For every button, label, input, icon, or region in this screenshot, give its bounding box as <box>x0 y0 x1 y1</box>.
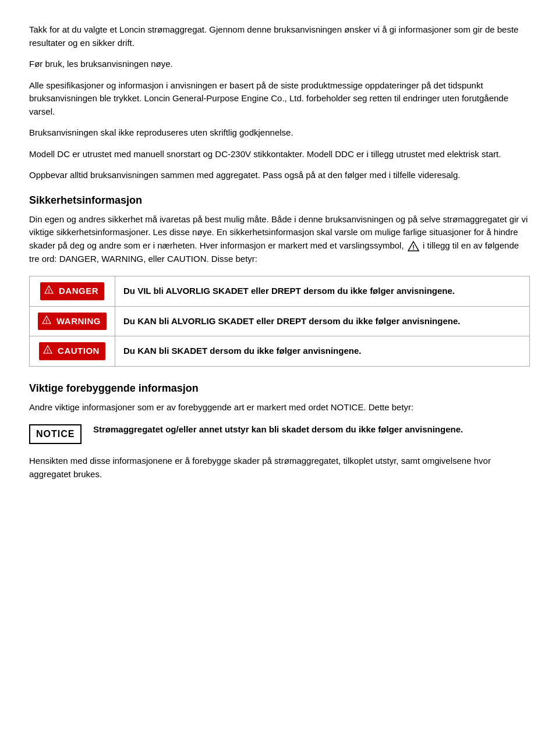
warning-triangle-icon: ! <box>42 315 51 328</box>
danger-badge: ! DANGER <box>40 282 104 300</box>
intro-p2: Før bruk, les bruksanvisningen nøye. <box>29 58 530 71</box>
notice-text: Strømaggregatet og/eller annet utstyr ka… <box>93 423 463 436</box>
svg-text:!: ! <box>48 288 49 294</box>
warning-text: Du KAN bli ALVORLIG SKADET eller DREPT d… <box>123 316 460 326</box>
intro-p3: Alle spesifikasjoner og informasjon i an… <box>29 79 530 119</box>
svg-text:!: ! <box>46 318 48 324</box>
notice-badge: NOTICE <box>29 424 82 444</box>
viktige-footer: Hensikten med disse informasjonene er å … <box>29 455 530 481</box>
caution-badge: ! CAUTION <box>39 342 105 360</box>
svg-text:!: ! <box>412 244 415 251</box>
triangle-warning-symbol: ! <box>408 239 419 253</box>
table-row-warning: ! WARNING Du KAN bli ALVORLIG SKADET ell… <box>30 306 530 336</box>
table-row-danger: ! DANGER Du VIL bli ALVORLIG SKADET elle… <box>30 276 530 307</box>
sikkerhet-body: Din egen og andres sikkerhet må ivaretas… <box>29 213 530 266</box>
notice-row: NOTICE Strømaggregatet og/eller annet ut… <box>29 423 530 444</box>
sikkerhet-title: Sikkerhetsinformasjon <box>29 193 530 208</box>
svg-text:!: ! <box>47 348 49 354</box>
danger-text: Du VIL bli ALVORLIG SKADET eller DREPT d… <box>123 286 455 296</box>
table-row-caution: ! CAUTION Du KAN bli SKADET dersom du ik… <box>30 336 530 367</box>
caution-triangle-icon: ! <box>43 345 52 358</box>
warning-badge: ! WARNING <box>38 313 107 331</box>
danger-triangle-icon: ! <box>44 285 54 298</box>
intro-p1: Takk for at du valgte et Loncin strømagg… <box>29 23 530 49</box>
intro-p5: Modell DC er utrustet med manuell snorst… <box>29 148 530 161</box>
viktige-title: Viktige forebyggende informasjon <box>29 381 530 396</box>
viktige-body: Andre viktige informasjoner som er av fo… <box>29 401 530 414</box>
intro-p6: Oppbevar alltid bruksanvisningen sammen … <box>29 169 530 182</box>
warning-table: ! DANGER Du VIL bli ALVORLIG SKADET elle… <box>29 276 530 367</box>
caution-text: Du KAN bli SKADET dersom du ikke følger … <box>123 346 361 356</box>
intro-p4: Bruksanvisningen skal ikke reproduseres … <box>29 126 530 140</box>
